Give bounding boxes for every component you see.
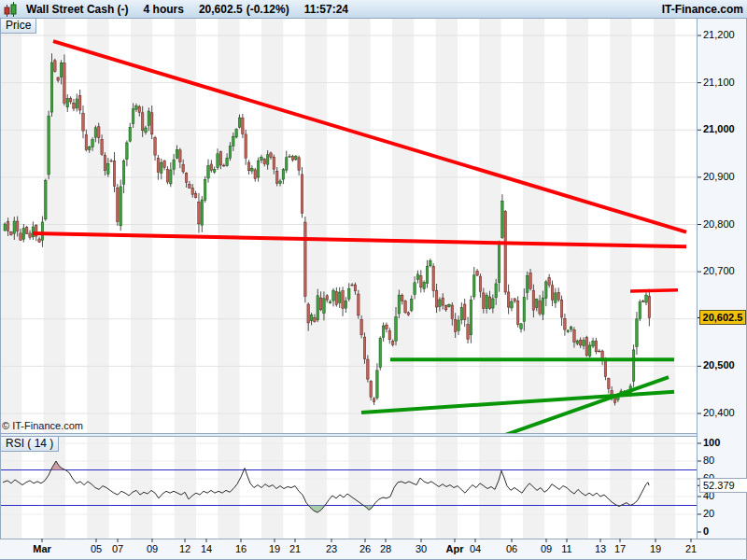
price-axis-label: 20,900 — [703, 171, 735, 182]
candle-body — [520, 324, 523, 329]
candle-body — [479, 276, 482, 291]
day-stripe — [392, 437, 414, 539]
candle-body — [319, 298, 322, 310]
candle-body — [235, 130, 238, 137]
day-stripe — [305, 19, 327, 433]
candle-body — [194, 194, 197, 198]
candle-body — [92, 140, 94, 147]
candle-body — [395, 316, 398, 341]
candle-body — [66, 98, 69, 106]
candle-body — [210, 164, 213, 171]
rsi-axis-label: 80 — [703, 455, 714, 466]
tab-rsi[interactable]: RSI ( 14 ) — [0, 436, 59, 452]
candle-body — [38, 239, 41, 242]
date-axis-label: 11 — [553, 543, 581, 554]
candle-body — [523, 298, 526, 322]
candle-body — [50, 63, 53, 112]
day-stripe — [436, 19, 458, 433]
date-axis-label: 28 — [372, 543, 400, 554]
day-stripe — [87, 19, 108, 433]
candle-body — [326, 296, 329, 300]
candle-body — [113, 161, 116, 187]
candle-body — [301, 175, 303, 213]
candle-body — [154, 138, 157, 156]
day-stripe — [654, 437, 675, 539]
candle-body — [539, 301, 542, 314]
candle-body — [16, 221, 19, 231]
candle-body — [588, 345, 591, 357]
date-axis-label: 16 — [227, 543, 255, 554]
candle-body — [608, 379, 611, 389]
candle-body — [85, 134, 88, 149]
candle-body — [592, 341, 595, 345]
candle-body — [354, 285, 357, 291]
candle-body — [226, 158, 229, 165]
copyright-label: © IT-Finance.com — [2, 420, 83, 431]
candle-body — [170, 170, 173, 184]
candle-body — [583, 341, 585, 346]
candle-body — [266, 155, 269, 164]
candle-body — [150, 113, 153, 134]
candle-body — [191, 188, 194, 194]
candle-body — [567, 330, 570, 332]
candle-body — [454, 319, 457, 331]
candle-body — [486, 295, 488, 308]
last-quote: 20,602.5 — [199, 3, 243, 16]
candle-body — [94, 128, 97, 137]
candle-body — [289, 157, 291, 158]
candle-body — [411, 299, 414, 310]
candle-body — [138, 106, 141, 112]
candle-body — [132, 109, 134, 124]
candle-body — [367, 359, 370, 379]
price-axis-label: 21,200 — [703, 29, 735, 40]
candle-body — [76, 99, 78, 108]
price-axis-label: 21,000 — [703, 123, 735, 134]
candle-body — [41, 222, 44, 241]
price-axis-label: 21,100 — [703, 77, 735, 88]
candle-body — [122, 161, 125, 184]
candle-body — [245, 134, 247, 159]
day-stripe — [479, 19, 500, 433]
tab-price[interactable]: Price — [0, 18, 36, 34]
candle-body — [82, 113, 85, 131]
candle-body — [430, 261, 432, 266]
candle-body — [641, 301, 644, 302]
candle-body — [442, 298, 444, 305]
candle-body — [363, 337, 366, 359]
candle-body — [338, 292, 341, 302]
candle-body — [414, 283, 416, 295]
candle-body — [201, 200, 204, 225]
day-stripe — [218, 437, 239, 539]
candle-body — [573, 329, 576, 342]
day-stripe — [348, 437, 370, 539]
date-axis-label: Mar — [28, 543, 56, 554]
candle-body — [532, 290, 535, 310]
date-axis-label: 07 — [104, 543, 132, 554]
candle-body — [463, 304, 466, 320]
candle-body — [401, 295, 403, 301]
day-stripe — [175, 437, 196, 539]
candle-body — [219, 152, 222, 165]
date-axis-label: 04 — [461, 543, 489, 554]
candle-body — [314, 317, 317, 321]
candle-body — [599, 351, 601, 352]
candle-body — [498, 244, 500, 283]
candle-body — [342, 291, 345, 309]
chart-window: Wall Street Cash (-) 4 hours 20,602.5 (-… — [0, 0, 747, 560]
candle-body — [636, 319, 639, 346]
candle-body — [176, 150, 178, 159]
candle-body — [604, 361, 607, 377]
candle-body — [548, 278, 551, 286]
candle-body — [351, 285, 354, 286]
candle-body — [104, 156, 106, 171]
candle-body — [426, 267, 429, 284]
candle-body — [135, 106, 138, 110]
candle-body — [467, 325, 470, 340]
candle-body — [173, 160, 176, 169]
chart-canvas[interactable] — [0, 0, 747, 560]
candle-body — [639, 302, 641, 319]
candle-body — [391, 341, 394, 344]
candle-body — [145, 128, 148, 133]
day-stripe — [610, 437, 631, 539]
candle-body — [432, 266, 435, 291]
